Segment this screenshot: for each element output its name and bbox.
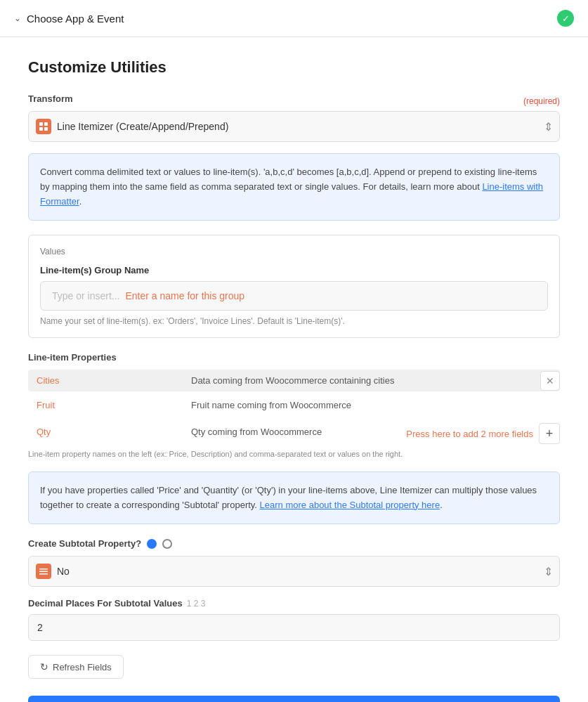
svg-rect-4 (39, 568, 48, 570)
decimal-input[interactable]: 2 (28, 614, 560, 641)
subtotal-radio-group (147, 539, 172, 549)
decimal-value: 2 (37, 622, 43, 633)
chevron-down-icon: ⌄ (14, 13, 21, 23)
info-box-end: . (79, 196, 82, 207)
svg-rect-2 (39, 127, 43, 131)
svg-rect-6 (39, 573, 48, 575)
transform-value: Line Itemizer (Create/Append/Prepend) (57, 121, 228, 132)
refresh-icon: ↻ (40, 661, 48, 672)
subtotal-radio-no[interactable] (162, 539, 172, 549)
group-name-input-display[interactable]: Type or insert... Enter a name for this … (40, 281, 548, 311)
values-label: Values (40, 247, 548, 256)
add-fields-text: Press here to add 2 more fields (406, 429, 533, 439)
group-name-enter-hint: Enter a name for this group (125, 290, 244, 301)
info-box-text: Convert comma delimited text or values t… (40, 167, 537, 192)
prop-name-qty[interactable]: Qty (28, 421, 183, 443)
prop-name-fruit[interactable]: Fruit (28, 394, 183, 416)
info-box: Convert comma delimited text or values t… (28, 153, 560, 221)
header-title: Choose App & Event (27, 13, 124, 25)
refresh-fields-button[interactable]: ↻ Refresh Fields (28, 655, 124, 679)
transform-row: Transform (required) (28, 93, 560, 108)
subtotal-link[interactable]: Learn more about the Subtotal property h… (260, 500, 440, 510)
transform-select-wrapper: Line Itemizer (Create/Append/Prepend) ⇕ (28, 111, 560, 142)
prop-name-cities[interactable]: Cities (28, 370, 183, 391)
required-badge: (required) (523, 96, 560, 106)
prop-value-fruit: Fruit name coming from Woocommerce (183, 394, 560, 416)
main-content: Customize Utilities Transform (required)… (0, 37, 588, 702)
group-name-label: Line-item(s) Group Name (40, 265, 548, 275)
prop-value-cities: Data coming from Woocommerce containing … (183, 370, 537, 391)
prop-value-qty: Qty coming from Woocommerce (183, 421, 406, 443)
decimal-hint: 1 2 3 (187, 599, 206, 609)
prop-hint: Line-item property names on the left (ex… (28, 448, 560, 460)
info-box-2: If you have properties called 'Price' an… (28, 472, 560, 525)
continue-button[interactable]: CONTINUE (28, 696, 560, 702)
subtotal-label: Create Subtotal Property? (28, 538, 141, 549)
header-bar: ⌄ Choose App & Event ✓ (0, 0, 588, 37)
transform-select[interactable]: Line Itemizer (Create/Append/Prepend) (28, 111, 560, 142)
svg-rect-3 (44, 127, 48, 131)
svg-rect-1 (44, 122, 48, 126)
complete-check-icon: ✓ (557, 10, 574, 27)
svg-rect-5 (39, 571, 48, 573)
group-name-hint: Name your set of line-item(s). ex: 'Orde… (40, 316, 548, 326)
refresh-fields-label: Refresh Fields (53, 662, 112, 672)
info-box-2-end: . (440, 500, 443, 510)
svg-rect-0 (39, 122, 43, 126)
subtotal-select[interactable]: No (28, 556, 560, 587)
header-left: ⌄ Choose App & Event (14, 13, 124, 25)
transform-icon (36, 119, 51, 134)
add-fields-row: Press here to add 2 more fields + (406, 423, 560, 444)
transform-label: Transform (28, 93, 73, 104)
subtotal-row: Create Subtotal Property? (28, 538, 560, 549)
close-icon[interactable]: ✕ (540, 371, 560, 391)
no-select-icon (36, 564, 51, 579)
table-row: Fruit Fruit name coming from Woocommerce (28, 394, 560, 416)
table-row: Cities Data coming from Woocommerce cont… (28, 370, 560, 391)
page-title: Customize Utilities (28, 58, 560, 77)
line-item-props-label: Line-item Properties (28, 352, 560, 363)
values-section: Values Line-item(s) Group Name Type or i… (28, 235, 560, 338)
subtotal-select-wrapper: No ⇕ (28, 556, 560, 587)
subtotal-select-value: No (57, 566, 70, 577)
add-fields-button[interactable]: + (539, 423, 560, 444)
group-name-placeholder: Type or insert... (52, 290, 119, 301)
decimal-label: Decimal Places For Subtotal Values 1 2 3 (28, 598, 560, 609)
subtotal-radio-yes[interactable] (147, 539, 157, 549)
table-row: Qty Qty coming from Woocommerce Press he… (28, 419, 560, 444)
